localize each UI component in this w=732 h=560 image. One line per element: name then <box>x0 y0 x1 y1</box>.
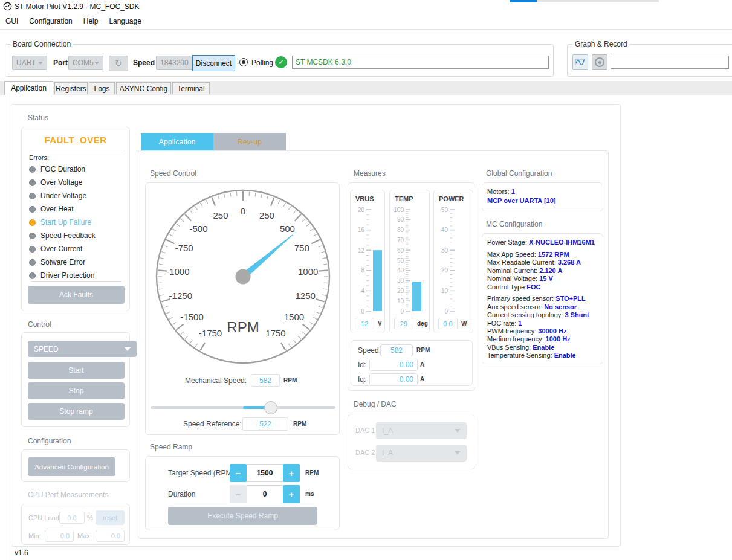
gauge-value-field-power[interactable] <box>438 318 458 329</box>
connection-ok-icon: ✓ <box>275 56 287 68</box>
min-label: Min: <box>28 532 41 539</box>
dac2-select[interactable]: I_A <box>376 445 467 462</box>
polling-radio[interactable] <box>239 58 248 66</box>
start-button[interactable]: Start <box>28 362 125 379</box>
measures-section-label: Measures <box>354 169 386 178</box>
mc-config-line-nominal-current: Nominal Current: 2.120 A <box>487 267 562 274</box>
error-row-over-heat: Over Heat <box>29 204 74 214</box>
svg-text:750: 750 <box>294 243 309 253</box>
svg-text:-500: -500 <box>190 224 208 234</box>
id-field[interactable] <box>369 359 418 371</box>
tab-registers[interactable]: Registers <box>54 82 88 94</box>
target-speed-increment-button[interactable]: + <box>283 464 300 482</box>
transport-select[interactable]: UART <box>12 56 47 70</box>
error-row-driver-protection: Driver Protection <box>29 270 94 281</box>
svg-text:100: 100 <box>394 207 404 213</box>
svg-text:20: 20 <box>358 207 365 213</box>
duration-field[interactable] <box>247 485 283 503</box>
stop-ramp-button[interactable]: Stop ramp <box>28 403 125 420</box>
tab-terminal[interactable]: Terminal <box>172 82 210 94</box>
dac2-label: DAC 2 <box>355 449 375 456</box>
menu-item-help[interactable]: Help <box>78 14 104 28</box>
svg-text:20: 20 <box>397 288 404 294</box>
menu-item-gui[interactable]: GUI <box>0 14 24 28</box>
top-progress-bar <box>510 0 659 2</box>
menubar: GUIConfigurationHelpLanguage <box>0 14 732 30</box>
disconnect-button[interactable]: Disconnect <box>192 55 235 71</box>
app-version-text: v1.6 <box>15 549 28 557</box>
error-row-start-up-failure: Start Up Failure <box>29 217 91 228</box>
speed-ramp-section-label: Speed Ramp <box>150 443 192 451</box>
target-speed-decrement-button[interactable]: − <box>230 464 247 482</box>
control-mode-value: SPEED <box>34 345 59 353</box>
firmware-string-field[interactable] <box>292 56 549 69</box>
error-dot-off <box>29 259 36 266</box>
duration-unit: ms <box>305 491 314 497</box>
reset-button[interactable]: reset <box>96 510 125 525</box>
motors-line: Motors: 1 <box>487 188 515 195</box>
gauge-title: TEMP <box>395 195 413 202</box>
max-field[interactable] <box>96 530 125 542</box>
gauge-scale-vbus: 048121620 <box>352 206 384 315</box>
min-field[interactable] <box>45 530 74 542</box>
duration-increment-button[interactable]: + <box>283 485 300 503</box>
error-label: Over Voltage <box>40 178 82 187</box>
gauge-value-field-temp[interactable] <box>394 318 413 329</box>
id-unit: A <box>420 361 424 368</box>
speed-measure-field[interactable] <box>380 344 413 356</box>
target-speed-field[interactable] <box>247 464 283 482</box>
stop-button[interactable]: Stop <box>28 382 125 399</box>
dac1-label: DAC 1 <box>355 426 375 434</box>
configuration-section-label: Configuration <box>28 437 71 445</box>
measures-card: VBUS048121620VTEMP0102030405060708090100… <box>348 182 475 391</box>
control-mode-dropdown[interactable]: SPEED <box>28 341 137 357</box>
duration-decrement-button[interactable]: − <box>230 485 247 503</box>
max-label: Max: <box>77 532 92 539</box>
error-row-foc-duration: FOC Duration <box>29 164 85 175</box>
divider <box>31 281 121 282</box>
debug-dac-card: DAC 1 I_A DAC 2 I_A <box>348 414 475 469</box>
error-label: Driver Protection <box>40 271 94 280</box>
global-config-card: Motors: 1 MCP over UARTA [10] <box>482 182 603 211</box>
percent-label: % <box>87 514 93 521</box>
record-button[interactable] <box>592 54 607 70</box>
menu-item-language[interactable]: Language <box>103 14 146 28</box>
tab-application[interactable]: Application <box>141 133 213 150</box>
mcp-line: MCP over UARTA [10] <box>487 197 555 204</box>
port-select[interactable]: COM5 <box>68 56 103 70</box>
transport-value: UART <box>16 59 36 67</box>
speed-reference-field[interactable] <box>242 417 288 431</box>
dac2-value: I_A <box>382 449 393 457</box>
ack-faults-button[interactable]: Ack Faults <box>28 286 125 304</box>
error-row-speed-feedback: Speed Feedback <box>29 230 96 241</box>
refresh-ports-button[interactable]: ↻ <box>109 56 128 71</box>
dac1-select[interactable]: I_A <box>376 422 467 439</box>
execute-speed-ramp-button[interactable]: Execute Speed Ramp <box>168 507 317 525</box>
advanced-configuration-button[interactable]: Advanced Configuration <box>28 457 115 476</box>
svg-text:500: 500 <box>280 224 295 234</box>
speed-measure-label: Speed: <box>358 346 381 355</box>
radio-dot <box>242 60 245 64</box>
window-title: ST Motor Pilot V1.2.9 - MC_FOC_SDK <box>15 2 140 11</box>
chevron-down-icon <box>455 451 461 455</box>
titlebar: ST Motor Pilot V1.2.9 - MC_FOC_SDK <box>0 0 732 13</box>
record-file-field[interactable] <box>611 56 729 69</box>
gauge-scale-power: 01020304050 <box>435 206 473 315</box>
speed-slider-handle[interactable] <box>264 401 277 414</box>
svg-text:-1500: -1500 <box>180 312 203 322</box>
svg-text:30: 30 <box>441 247 449 254</box>
tab-logs[interactable]: Logs <box>89 82 115 94</box>
menu-item-configuration[interactable]: Configuration <box>24 14 77 28</box>
tab-rev-up[interactable]: Rev-up <box>213 133 286 150</box>
svg-text:250: 250 <box>259 210 274 220</box>
graph-button[interactable] <box>572 54 588 70</box>
mechanical-speed-field[interactable] <box>251 374 280 387</box>
tab-application[interactable]: Application <box>4 81 53 95</box>
error-row-sotware-error: Sotware Error <box>29 257 85 268</box>
gauge-value-field-vbus[interactable] <box>355 318 374 329</box>
cpu-load-field[interactable] <box>59 512 85 524</box>
iq-field[interactable] <box>369 373 418 385</box>
cpu-load-label: CPU Load: <box>28 514 61 521</box>
tab-async-config[interactable]: ASYNC Config <box>116 82 171 94</box>
speed-reference-unit: RPM <box>293 420 306 427</box>
